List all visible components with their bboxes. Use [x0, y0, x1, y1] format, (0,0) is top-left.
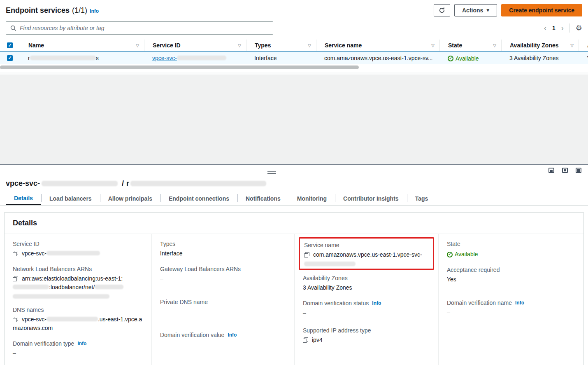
column-header-types[interactable]: Types▽	[246, 40, 316, 51]
search-box	[6, 21, 273, 35]
field-nlb-arns: Network Load Balancers ARNs arn:aws:elas…	[13, 266, 143, 299]
column-header-availability-zones[interactable]: Availability Zones▽	[501, 40, 579, 51]
sort-icon[interactable]: ▽	[570, 43, 574, 48]
copy-icon[interactable]	[303, 337, 308, 343]
panel-tabs: Details Load balancers Allow principals …	[0, 192, 588, 206]
column-header-truncated[interactable]: A	[579, 40, 588, 51]
check-circle-icon: ✓	[447, 252, 453, 257]
details-card-heading: Details	[5, 213, 583, 234]
split-panel: vpce-svc- / r Details Load balancers All…	[0, 164, 588, 365]
table-settings-gear-icon[interactable]: ⚙	[576, 24, 582, 32]
status-badge: ✓ Available	[448, 55, 479, 62]
actions-label: Actions	[462, 7, 483, 14]
row-checkbox[interactable]: ✓	[7, 55, 13, 61]
panel-position-bottom-icon[interactable]	[548, 168, 554, 173]
copy-icon[interactable]	[304, 252, 309, 257]
availability-zones-link[interactable]: 3 Availability Zones	[509, 55, 559, 61]
pagination-page[interactable]: 1	[552, 25, 555, 31]
panel-drag-handle-icon[interactable]	[267, 171, 276, 175]
field-glb-arns: Gateway Load Balancers ARNs –	[160, 266, 286, 283]
copy-icon[interactable]	[13, 276, 18, 281]
horizontal-scrollbar[interactable]	[0, 66, 588, 70]
page-title: Endpoint services (1/1) Info	[6, 6, 99, 15]
info-link[interactable]: Info	[228, 332, 237, 338]
column-header-state[interactable]: State▽	[439, 40, 501, 51]
panel-layout-buttons	[548, 168, 581, 173]
cell-service-id: vpce-svc-	[144, 55, 246, 61]
resource-count: (1/1)	[72, 6, 87, 15]
tab-endpoint-connections[interactable]: Endpoint connections	[160, 192, 237, 205]
redacted-text	[30, 56, 96, 60]
details-column-3: Service name com.amazonaws.vpce.us-east-…	[295, 234, 439, 365]
field-dns-names: DNS names vpce-svc-.us-east-1.vpce.amazo…	[13, 307, 143, 332]
redacted-text	[46, 317, 98, 321]
tab-details[interactable]: Details	[6, 192, 41, 205]
details-column-4: State ✓ Available Acceptance required Ye…	[439, 234, 583, 365]
field-acceptance-required: Acceptance required Yes	[447, 267, 575, 284]
tab-allow-principals[interactable]: Allow principals	[100, 192, 160, 205]
info-link[interactable]: Info	[77, 341, 86, 346]
select-all-checkbox[interactable]: ✓	[7, 42, 13, 48]
tab-notifications[interactable]: Notifications	[237, 192, 289, 205]
header-checkbox-cell: ✓	[0, 40, 20, 51]
redacted-text	[13, 294, 109, 299]
copy-icon[interactable]	[13, 251, 18, 256]
column-header-name[interactable]: Name▽	[20, 40, 144, 51]
cell-availability-zones: 3 Availability Zones	[501, 55, 579, 61]
redacted-text	[95, 285, 123, 289]
cell-types: Interface	[246, 55, 316, 61]
scrollbar-thumb[interactable]	[0, 66, 359, 69]
field-service-name: Service name com.amazonaws.vpce.us-east-…	[304, 242, 429, 266]
check-circle-icon: ✓	[448, 56, 453, 61]
cell-name: rs	[20, 55, 144, 61]
redacted-text	[46, 251, 100, 255]
availability-zones-link[interactable]: 3 Availability Zones	[303, 284, 352, 291]
field-domain-verification-name: Domain verification name Info –	[447, 299, 575, 317]
sort-icon[interactable]: ▽	[238, 43, 241, 48]
search-icon	[10, 25, 16, 31]
actions-button[interactable]: Actions ▼	[454, 4, 497, 16]
service-id-link[interactable]: vpce-svc-	[152, 55, 226, 61]
tab-contributor-insights[interactable]: Contributor Insights	[335, 192, 407, 205]
table-row[interactable]: ✓ rs vpce-svc- Interface com.amazonaws.v…	[0, 51, 588, 64]
sort-icon[interactable]: ▽	[136, 43, 139, 48]
field-domain-verification-type: Domain verification type Info –	[13, 340, 143, 358]
details-column-2: Types Interface Gateway Load Balancers A…	[152, 234, 295, 365]
split-panel-toolbar	[0, 165, 588, 176]
panel-maximize-icon[interactable]	[576, 168, 581, 173]
cell-service-name: com.amazonaws.vpce.us-east-1.vpce-sv...	[316, 55, 439, 61]
field-domain-verification-value: Domain verification value Info –	[160, 332, 286, 349]
redacted-text	[304, 262, 356, 266]
tab-monitoring[interactable]: Monitoring	[289, 192, 335, 205]
sort-icon[interactable]: ▽	[431, 43, 435, 48]
page-title-text: Endpoint services	[6, 6, 70, 15]
filter-row: ‹ 1 › ⚙	[0, 16, 588, 35]
tab-tags[interactable]: Tags	[407, 192, 437, 205]
tab-load-balancers[interactable]: Load balancers	[41, 192, 100, 205]
pagination-prev[interactable]: ‹	[544, 24, 546, 32]
info-link[interactable]: Info	[372, 300, 381, 306]
sort-icon[interactable]: ▽	[493, 43, 496, 48]
field-service-id: Service ID vpce-svc-	[13, 241, 143, 258]
search-input[interactable]	[20, 25, 269, 31]
field-domain-verification-status: Domain verification status Info –	[303, 300, 430, 317]
pagination: ‹ 1 › ⚙	[544, 23, 582, 33]
row-checkbox-cell: ✓	[0, 55, 20, 61]
column-header-service-id[interactable]: Service ID▽	[144, 40, 246, 51]
refresh-button[interactable]	[434, 4, 450, 16]
refresh-icon	[439, 7, 445, 14]
panel-position-side-icon[interactable]	[562, 168, 568, 173]
copy-icon[interactable]	[13, 317, 18, 322]
panel-title: vpce-svc- / r	[0, 176, 588, 192]
pagination-next[interactable]: ›	[561, 24, 564, 32]
sort-icon[interactable]: ▽	[308, 43, 311, 48]
info-link[interactable]: Info	[90, 8, 99, 14]
create-endpoint-service-button[interactable]: Create endpoint service	[501, 4, 582, 16]
endpoint-services-table: ✓ Name▽ Service ID▽ Types▽ Service name▽…	[0, 40, 588, 64]
field-types: Types Interface	[160, 241, 286, 258]
content-background	[0, 72, 588, 164]
info-link[interactable]: Info	[515, 300, 524, 306]
field-state: State ✓ Available	[447, 241, 575, 259]
cell-state: ✓ Available	[439, 54, 501, 62]
column-header-service-name[interactable]: Service name▽	[316, 40, 439, 51]
